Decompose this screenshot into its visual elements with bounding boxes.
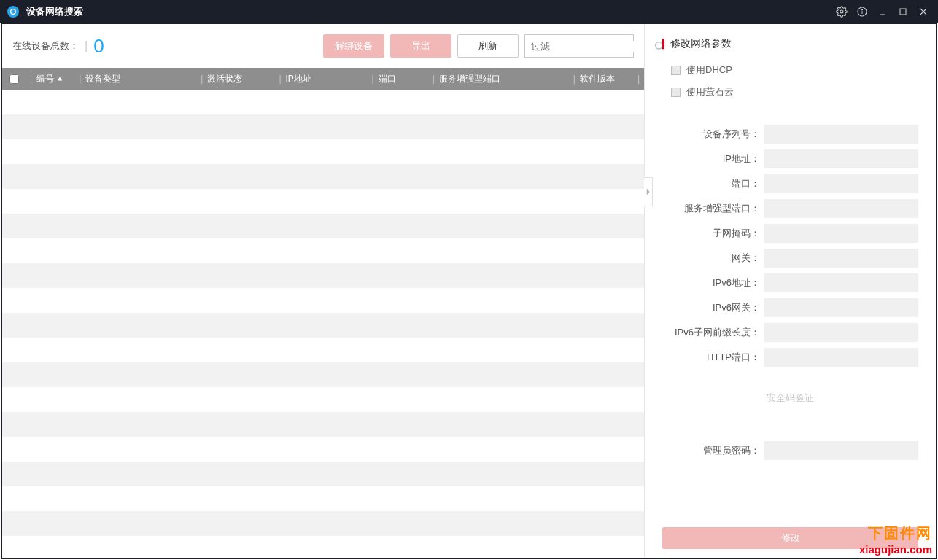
table-row [2, 313, 644, 338]
ip-field[interactable] [764, 149, 918, 168]
gateway-field[interactable] [764, 249, 918, 268]
filter-input[interactable] [531, 41, 654, 52]
app-icon [7, 6, 19, 18]
serial-field[interactable] [764, 125, 918, 144]
ipv6-gateway-field[interactable] [764, 298, 918, 317]
filter-box[interactable] [524, 34, 634, 58]
minimize-button[interactable] [872, 0, 893, 23]
title-bar: 设备网络搜索 [0, 0, 938, 23]
label-port: 端口： [662, 177, 764, 190]
label-ipv6prefix: IPv6子网前缀长度： [662, 326, 764, 339]
table-row [2, 90, 644, 114]
table-row [2, 139, 644, 164]
table-row [2, 238, 644, 263]
ipv6-prefix-field[interactable] [764, 323, 918, 342]
settings-button[interactable] [832, 0, 852, 23]
subnet-mask-field[interactable] [764, 224, 918, 243]
label-ip: IP地址： [662, 152, 764, 166]
table-row [2, 338, 644, 362]
online-count-value: 0 [93, 35, 104, 58]
online-count-label: 在线设备总数： [12, 39, 79, 52]
network-params-panel: 修改网络参数 使用DHCP 使用萤石云 设备序列号： IP地址： 端口： 服务增… [644, 24, 936, 558]
column-header-number[interactable]: 编号 [36, 73, 74, 85]
table-row [2, 189, 644, 214]
table-row [2, 511, 644, 536]
select-all-checkbox[interactable] [9, 74, 26, 84]
column-header-port[interactable]: 端口 [379, 73, 428, 85]
device-list-pane: 在线设备总数： | 0 解绑设备 导出 刷新 | 编号 | 设备类型 | [2, 24, 644, 558]
separator: | [85, 39, 88, 52]
panel-collapse-handle[interactable] [644, 177, 653, 206]
table-row [2, 486, 644, 511]
info-button[interactable] [852, 0, 872, 23]
column-header-activate[interactable]: 激活状态 [207, 73, 274, 85]
admin-password-field[interactable] [764, 441, 918, 460]
label-ipv6gw: IPv6网关： [662, 301, 764, 314]
table-row [2, 462, 644, 486]
modify-button[interactable]: 修改 [662, 527, 918, 549]
label-gateway: 网关： [662, 252, 764, 265]
table-row [2, 437, 644, 462]
svg-point-1 [840, 10, 843, 13]
http-port-field[interactable] [764, 348, 918, 367]
use-ezviz-checkbox[interactable]: 使用萤石云 [662, 85, 918, 98]
svg-point-0 [11, 9, 16, 15]
table-row [2, 412, 644, 437]
svg-rect-6 [900, 9, 906, 15]
maximize-button[interactable] [893, 0, 913, 23]
use-dhcp-checkbox[interactable]: 使用DHCP [662, 63, 918, 77]
table-row [2, 387, 644, 412]
column-header-version[interactable]: 软件版本 [580, 73, 633, 85]
sort-asc-icon [57, 76, 63, 82]
port-field[interactable] [764, 174, 918, 193]
table-row [2, 114, 644, 139]
chevron-right-icon [646, 187, 651, 196]
table-header: | 编号 | 设备类型 | 激活状态 | IP地址 | 端口 | 服务增强型端口… [2, 68, 644, 90]
table-body [2, 90, 644, 558]
label-admin-pwd: 管理员密码： [662, 444, 764, 457]
table-row [2, 164, 644, 189]
table-row [2, 288, 644, 313]
refresh-button[interactable]: 刷新 [457, 34, 519, 58]
app-title: 设备网络搜索 [26, 5, 83, 18]
label-ipv6: IPv6地址： [662, 276, 764, 289]
column-header-type[interactable]: 设备类型 [85, 73, 196, 85]
toolbar: 在线设备总数： | 0 解绑设备 导出 刷新 [2, 24, 644, 68]
close-button[interactable] [913, 0, 934, 23]
table-row [2, 263, 644, 288]
panel-title: 修改网络参数 [662, 37, 918, 50]
table-row [2, 214, 644, 238]
security-section-title: 安全码验证 [662, 392, 918, 405]
svg-point-4 [861, 9, 862, 10]
label-enhanced: 服务增强型端口： [662, 202, 764, 215]
enhanced-port-field[interactable] [764, 199, 918, 218]
export-button[interactable]: 导出 [390, 34, 451, 58]
table-row [2, 362, 644, 387]
ipv6-field[interactable] [764, 273, 918, 292]
column-header-enhanced[interactable]: 服务增强型端口 [439, 73, 569, 85]
unbind-device-button[interactable]: 解绑设备 [323, 34, 384, 58]
column-header-ip[interactable]: IP地址 [286, 73, 368, 85]
label-mask: 子网掩码： [662, 227, 764, 240]
label-http: HTTP端口： [662, 351, 764, 364]
label-serial: 设备序列号： [662, 128, 764, 141]
horizontal-scrollbar[interactable] [2, 545, 644, 558]
